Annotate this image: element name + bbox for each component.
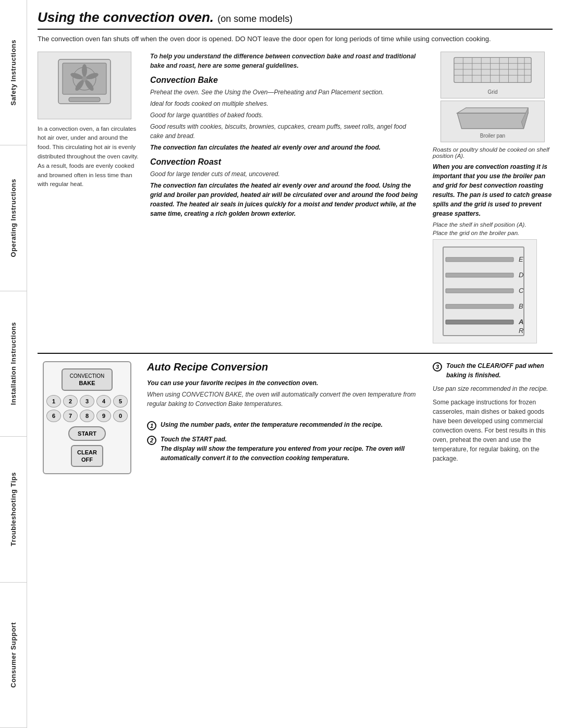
clear-off-button[interactable]: CLEAR OFF — [71, 445, 103, 467]
oven-description: In a convection oven, a fan circulates h… — [38, 125, 142, 190]
cb-text2: Good for large quantities of baked foods… — [150, 110, 419, 120]
svg-rect-31 — [446, 320, 513, 324]
convection-roasting-note: When you are convection roasting it is i… — [433, 162, 553, 218]
main-content: Using the convection oven. (on some mode… — [27, 0, 563, 728]
step-3-bold: Touch the CLEAR/OFF pad when baking is f… — [446, 361, 553, 380]
section-divider — [38, 353, 553, 354]
page-title-subtitle: (on some models) — [217, 14, 292, 24]
sidebar-section-installation[interactable]: Installation Instructions — [0, 291, 27, 437]
cr-bold-note: The convection fan circulates the heated… — [150, 181, 419, 218]
num-7-button[interactable]: 7 — [63, 410, 78, 422]
preheat-note: Preheat the oven. See the Using the Oven… — [150, 88, 419, 97]
sidebar-label-consumer: Consumer Support — [9, 622, 17, 688]
middle-column: To help you understand the difference be… — [150, 52, 424, 343]
svg-text:E: E — [519, 255, 523, 263]
oven-image — [38, 52, 131, 119]
num-0-button[interactable]: 0 — [113, 410, 128, 422]
num-8-button[interactable]: 8 — [80, 410, 94, 422]
step-3-detail: Some package instructions for frozen cas… — [433, 398, 553, 463]
sidebar-section-consumer[interactable]: Consumer Support — [0, 583, 27, 728]
convection-label: CONVECTION — [70, 373, 105, 379]
num-3-button[interactable]: 3 — [80, 395, 94, 408]
bake-label: BAKE — [70, 379, 105, 387]
auto-recipe-title: Auto Recipe Conversion — [147, 361, 422, 373]
broiler-pan-image-box: Broiler pan — [440, 101, 545, 142]
top-section: In a convection oven, a fan circulates h… — [38, 52, 553, 343]
step-3-content: Touch the CLEAR/OFF pad when baking is f… — [446, 361, 553, 380]
shelf-diagram-svg: E D C B A R — [438, 244, 532, 338]
place-shelf-note: Place the shelf in shelf position (A). — [433, 221, 553, 228]
section-intro-text: To help you understand the difference be… — [150, 52, 419, 70]
svg-text:C: C — [519, 287, 524, 294]
svg-rect-25 — [446, 273, 513, 277]
sidebar-label-installation: Installation Instructions — [9, 322, 17, 405]
svg-rect-10 — [454, 57, 531, 82]
bottom-right-section: 3 Touch the CLEAR/OFF pad when baking is… — [433, 361, 553, 475]
number-pad: 1 2 3 4 5 6 7 8 9 0 — [46, 395, 128, 422]
grid-label: Grid — [488, 89, 498, 95]
right-column: Grid Broiler pan Roasts or poultry shoul… — [433, 52, 553, 343]
clear-label: CLEAR — [77, 449, 97, 456]
grid-image-box: Grid — [440, 52, 545, 98]
grid-svg — [446, 55, 540, 87]
cb-bold-note: The convection fan circulates the heated… — [150, 143, 419, 152]
sidebar-section-troubleshooting[interactable]: Troubleshooting Tips — [0, 437, 27, 582]
auto-recipe-intro-italic: When using CONVECTION BAKE, the oven wil… — [147, 390, 422, 409]
oven-illustration — [53, 57, 116, 114]
cr-text1: Good for large tender cuts of meat, unco… — [150, 169, 419, 179]
step-2-row: 2 Touch the START pad. The display will … — [147, 435, 422, 463]
step-2-content: Touch the START pad. The display will sh… — [161, 435, 422, 463]
step-1-bold: Using the number pads, enter the tempera… — [161, 420, 422, 429]
svg-text:B: B — [519, 302, 523, 310]
svg-text:D: D — [519, 271, 523, 279]
sidebar-label-troubleshooting: Troubleshooting Tips — [9, 472, 17, 546]
step-1-number: 1 — [147, 421, 156, 430]
num-9-button[interactable]: 9 — [96, 410, 111, 422]
num-1-button[interactable]: 1 — [46, 395, 61, 408]
shelf-diagram: E D C B A R — [433, 239, 537, 343]
bottom-section: CONVECTION BAKE 1 2 3 4 5 6 7 8 9 0 S — [38, 361, 553, 475]
page-title-main: Using the convection oven. — [38, 9, 214, 25]
convection-bake-heading: Convection Bake — [150, 76, 419, 85]
auto-recipe-intro-bold: You can use your favorite recipes in the… — [147, 378, 422, 388]
num-2-button[interactable]: 2 — [63, 395, 78, 408]
sidebar-label-safety: Safety Instructions — [9, 40, 17, 106]
shelf-note: Roasts or poultry should be cooked on sh… — [433, 146, 553, 159]
off-label: OFF — [77, 456, 97, 463]
start-button[interactable]: START — [68, 426, 106, 441]
num-4-button[interactable]: 4 — [96, 395, 111, 408]
sidebar: Safety Instructions Operating Instructio… — [0, 0, 27, 728]
step-1-content: Using the number pads, enter the tempera… — [161, 420, 422, 430]
svg-rect-29 — [446, 304, 513, 309]
auto-recipe-section: Auto Recipe Conversion You can use your … — [147, 361, 422, 475]
svg-rect-23 — [446, 257, 513, 262]
num-6-button[interactable]: 6 — [46, 410, 61, 422]
num-5-button[interactable]: 5 — [113, 395, 128, 408]
sidebar-section-safety[interactable]: Safety Instructions — [0, 0, 27, 145]
left-column: In a convection oven, a fan circulates h… — [38, 52, 142, 343]
step-2-detail: The display will show the temperature yo… — [161, 444, 422, 463]
convection-roast-heading: Convection Roast — [150, 157, 419, 167]
convection-bake-button[interactable]: CONVECTION BAKE — [62, 368, 113, 391]
place-grid-note: Place the grid on the broiler pan. — [433, 230, 553, 236]
intro-paragraph: The convection oven fan shuts off when t… — [38, 34, 553, 44]
broiler-pan-svg — [446, 104, 540, 131]
svg-text:R: R — [519, 327, 523, 335]
svg-text:A: A — [518, 318, 523, 326]
step-2-number: 2 — [147, 436, 156, 445]
step-3-number: 3 — [433, 362, 442, 372]
svg-rect-27 — [446, 289, 513, 293]
sidebar-label-operating: Operating Instructions — [9, 179, 17, 257]
svg-point-4 — [82, 64, 87, 77]
step-3-row: 3 Touch the CLEAR/OFF pad when baking is… — [433, 361, 553, 380]
step-2-bold: Touch the START pad. — [161, 435, 422, 444]
cb-text1: Ideal for foods cooked on multiple shelv… — [150, 99, 419, 108]
step-1-row: 1 Using the number pads, enter the tempe… — [147, 420, 422, 430]
page-title: Using the convection oven. (on some mode… — [38, 9, 553, 30]
cb-text3: Good results with cookies, biscuits, bro… — [150, 122, 419, 141]
svg-rect-9 — [69, 97, 100, 102]
control-panel-area: CONVECTION BAKE 1 2 3 4 5 6 7 8 9 0 S — [38, 361, 137, 475]
broiler-pan-label: Broiler pan — [480, 133, 505, 139]
control-panel: CONVECTION BAKE 1 2 3 4 5 6 7 8 9 0 S — [43, 361, 131, 475]
sidebar-section-operating[interactable]: Operating Instructions — [0, 145, 27, 291]
